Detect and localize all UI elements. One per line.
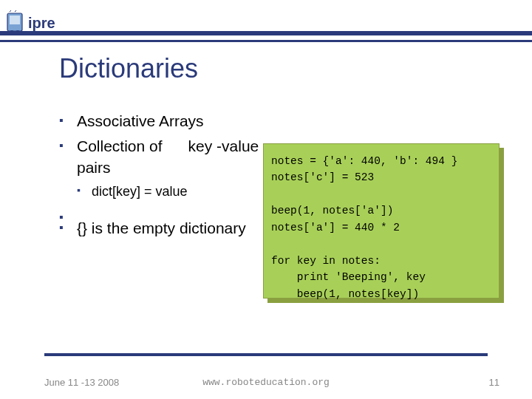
svg-line-3	[15, 10, 18, 12]
bullet-text: Associative Arrays	[77, 112, 204, 129]
spacer	[59, 208, 266, 214]
svg-rect-1	[10, 16, 20, 24]
logo-text: ipre	[28, 15, 55, 31]
bullet-text: Collection of key -value pairs	[77, 137, 263, 175]
ipre-logo: ipre	[6, 10, 72, 40]
slide: ipre Dictionaries Associative Arrays Col…	[0, 0, 532, 399]
bullet-item: {} is the empty dictionary	[59, 218, 266, 239]
svg-line-2	[10, 10, 13, 12]
top-rule-thick	[0, 31, 532, 35]
bullet-text: {} is the empty dictionary	[77, 219, 246, 236]
bullet-item: Collection of key -value pairs dict[key]…	[59, 136, 266, 200]
bullet-item: Associative Arrays	[59, 111, 266, 132]
top-rule-thin	[0, 40, 532, 42]
code-box: notes = {'a': 440, 'b': 494 } notes['c']…	[263, 143, 499, 299]
footer-url: www.roboteducation.org	[0, 377, 532, 388]
sub-bullet-item: dict[key] = value	[77, 183, 266, 200]
slide-title: Dictionaries	[59, 53, 198, 84]
sub-bullet-text: dict[key] = value	[92, 184, 188, 199]
footer-page-number: 11	[489, 377, 499, 388]
bottom-rule	[44, 353, 488, 356]
bullet-content: Associative Arrays Collection of key -va…	[59, 111, 266, 244]
